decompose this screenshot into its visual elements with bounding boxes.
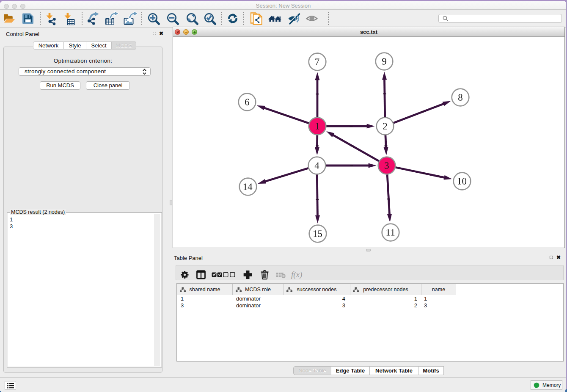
svg-text:f(x): f(x)	[291, 270, 302, 279]
